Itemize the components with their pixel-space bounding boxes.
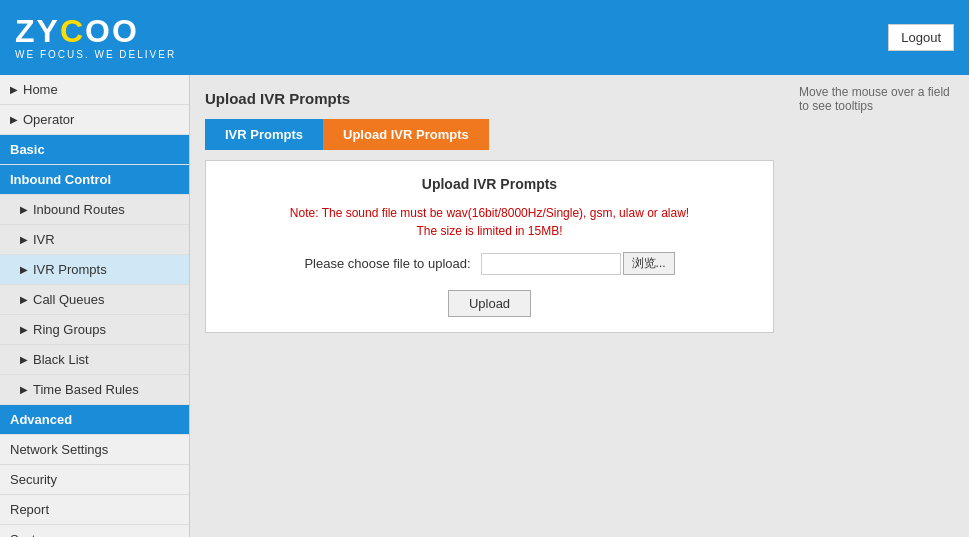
sidebar-item-label: Advanced bbox=[10, 412, 72, 427]
logout-button[interactable]: Logout bbox=[888, 24, 954, 51]
sidebar-item-label: Time Based Rules bbox=[33, 382, 139, 397]
tab-upload-ivr-prompts[interactable]: Upload IVR Prompts bbox=[323, 119, 489, 150]
tooltip-text: Move the mouse over a field to see toolt… bbox=[799, 85, 950, 113]
sidebar-item-security[interactable]: Security bbox=[0, 465, 189, 495]
sidebar-item-advanced[interactable]: Advanced bbox=[0, 405, 189, 435]
upload-box-title: Upload IVR Prompts bbox=[221, 176, 758, 192]
sidebar-item-inbound-routes[interactable]: ▶ Inbound Routes bbox=[0, 195, 189, 225]
tab-ivr-prompts[interactable]: IVR Prompts bbox=[205, 119, 323, 150]
logo-area: ZYCOO WE FOCUS. WE DELIVER bbox=[15, 15, 176, 60]
sidebar-item-label: Inbound Control bbox=[10, 172, 111, 187]
page-title: Upload IVR Prompts bbox=[205, 90, 774, 107]
sidebar-item-label: Ring Groups bbox=[33, 322, 106, 337]
sidebar-item-ivr-prompts[interactable]: ▶ IVR Prompts bbox=[0, 255, 189, 285]
sidebar-item-operator[interactable]: ▶ Operator bbox=[0, 105, 189, 135]
sidebar-item-label: Security bbox=[10, 472, 57, 487]
sidebar-item-call-queues[interactable]: ▶ Call Queues bbox=[0, 285, 189, 315]
arrow-icon: ▶ bbox=[10, 114, 18, 125]
logo-tagline: WE FOCUS. WE DELIVER bbox=[15, 49, 176, 60]
sidebar-item-black-list[interactable]: ▶ Black List bbox=[0, 345, 189, 375]
arrow-icon: ▶ bbox=[20, 234, 28, 245]
sidebar-item-label: IVR Prompts bbox=[33, 262, 107, 277]
arrow-icon: ▶ bbox=[20, 384, 28, 395]
sidebar-item-label: Report bbox=[10, 502, 49, 517]
sidebar-item-label: Operator bbox=[23, 112, 74, 127]
sidebar-item-report[interactable]: Report bbox=[0, 495, 189, 525]
arrow-icon: ▶ bbox=[20, 294, 28, 305]
sidebar-item-inbound-control[interactable]: Inbound Control bbox=[0, 165, 189, 195]
sidebar-item-time-based-rules[interactable]: ▶ Time Based Rules bbox=[0, 375, 189, 405]
browse-button[interactable]: 浏览... bbox=[623, 252, 675, 275]
sidebar-item-label: System bbox=[10, 532, 53, 537]
file-text-input[interactable] bbox=[481, 253, 621, 275]
main-layout: ▶ Home ▶ Operator Basic Inbound Control … bbox=[0, 75, 969, 537]
sidebar-item-label: Black List bbox=[33, 352, 89, 367]
upload-file-row: Please choose file to upload: 浏览... bbox=[221, 252, 758, 275]
logo: ZYCOO bbox=[15, 15, 139, 47]
arrow-icon: ▶ bbox=[20, 354, 28, 365]
sidebar-item-label: Network Settings bbox=[10, 442, 108, 457]
upload-button[interactable]: Upload bbox=[448, 290, 531, 317]
sidebar-item-label: Home bbox=[23, 82, 58, 97]
tab-bar: IVR Prompts Upload IVR Prompts bbox=[205, 119, 774, 150]
sidebar-item-label: IVR bbox=[33, 232, 55, 247]
file-label: Please choose file to upload: bbox=[304, 256, 470, 271]
arrow-icon: ▶ bbox=[20, 264, 28, 275]
sidebar: ▶ Home ▶ Operator Basic Inbound Control … bbox=[0, 75, 190, 537]
upload-note: Note: The sound file must be wav(16bit/8… bbox=[221, 204, 758, 240]
sidebar-item-home[interactable]: ▶ Home bbox=[0, 75, 189, 105]
sidebar-item-network-settings[interactable]: Network Settings bbox=[0, 435, 189, 465]
sidebar-item-label: Inbound Routes bbox=[33, 202, 125, 217]
arrow-icon: ▶ bbox=[10, 84, 18, 95]
sidebar-item-system[interactable]: System bbox=[0, 525, 189, 537]
sidebar-item-label: Basic bbox=[10, 142, 45, 157]
tooltip-area: Move the mouse over a field to see toolt… bbox=[789, 75, 969, 537]
arrow-icon: ▶ bbox=[20, 324, 28, 335]
upload-note-line2: The size is limited in 15MB! bbox=[416, 224, 562, 238]
sidebar-item-label: Call Queues bbox=[33, 292, 105, 307]
file-input-wrapper: 浏览... bbox=[481, 252, 675, 275]
sidebar-item-ivr[interactable]: ▶ IVR bbox=[0, 225, 189, 255]
header: ZYCOO WE FOCUS. WE DELIVER Logout bbox=[0, 0, 969, 75]
sidebar-item-ring-groups[interactable]: ▶ Ring Groups bbox=[0, 315, 189, 345]
upload-submit-row: Upload bbox=[221, 290, 758, 317]
upload-box: Upload IVR Prompts Note: The sound file … bbox=[205, 160, 774, 333]
arrow-icon: ▶ bbox=[20, 204, 28, 215]
upload-note-line1: Note: The sound file must be wav(16bit/8… bbox=[290, 206, 689, 220]
sidebar-item-basic[interactable]: Basic bbox=[0, 135, 189, 165]
content-area: Upload IVR Prompts IVR Prompts Upload IV… bbox=[190, 75, 789, 537]
